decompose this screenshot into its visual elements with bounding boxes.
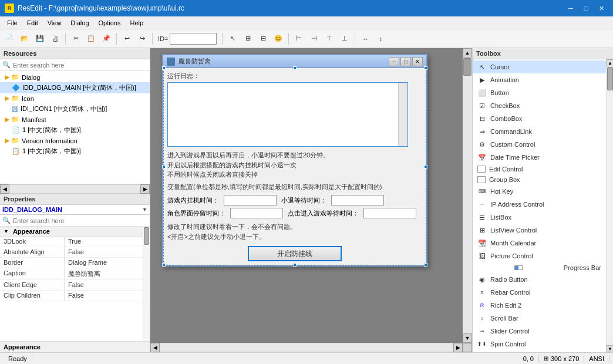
handle-topleft[interactable] — [162, 66, 166, 70]
toolbox-picture[interactable]: 🖼 Picture Control — [473, 250, 606, 262]
prop-value-5[interactable]: False — [65, 291, 143, 301]
toolbox-groupbox[interactable]: Group Box — [473, 174, 606, 185]
prop-value-1[interactable]: False — [65, 247, 143, 257]
menu-view[interactable]: View — [43, 18, 66, 28]
toolbox-custom[interactable]: ⚙ Custom Control — [473, 138, 606, 151]
prop-value-3[interactable]: 魔兽防暂离 — [65, 268, 143, 279]
canvas-scroll-right[interactable]: ▶ — [453, 343, 463, 352]
toolbox-scrollbar[interactable]: ↕ Scroll Bar — [473, 312, 606, 325]
canvas-scroll-up[interactable]: ▲ — [463, 48, 472, 58]
toolbox-slidercontrol[interactable]: ⊸ Slider Control — [473, 325, 606, 338]
dialog-close[interactable]: ✕ — [412, 57, 423, 66]
properties-scrollbar[interactable] — [143, 227, 150, 341]
scroll-right-btn[interactable]: ▶ — [140, 184, 150, 194]
toolbar-grid[interactable]: ⊞ — [241, 32, 255, 46]
toolbar-emoji[interactable]: 😊 — [271, 32, 285, 46]
toolbox-button[interactable]: ⬜ Button — [473, 86, 606, 99]
toolbox-combobox[interactable]: ⊟ ComboBox — [473, 112, 606, 125]
toolbar-redo[interactable]: ↪ — [135, 32, 149, 46]
toolbar-paste[interactable]: 📌 — [99, 32, 113, 46]
toolbox-checkbox[interactable]: ☑ CheckBox — [473, 99, 606, 112]
properties-search-input[interactable] — [13, 217, 147, 224]
resources-tree[interactable]: ▶ 📁 Dialog 🔷 IDD_DIALOG_MAIN [中文(简体，中国)]… — [0, 71, 150, 184]
menu-help[interactable]: Help — [125, 18, 148, 28]
menu-options[interactable]: Options — [94, 18, 126, 28]
toolbox-scroll-track[interactable] — [607, 66, 613, 345]
toolbar-print[interactable]: 🖨 — [48, 32, 62, 46]
canvas-vtrack[interactable] — [463, 58, 472, 333]
toolbar-open[interactable]: 📂 — [18, 32, 32, 46]
handle-right[interactable] — [424, 165, 427, 168]
scroll-track-h[interactable] — [9, 185, 140, 193]
exit-wait-input[interactable] — [331, 195, 384, 205]
toolbox-cursor[interactable]: ↖ Cursor — [473, 60, 606, 73]
menu-file[interactable]: File — [2, 18, 22, 28]
resources-search-input[interactable] — [13, 62, 147, 69]
toolbar-new[interactable]: 📄 — [2, 32, 16, 46]
toolbar-undo[interactable]: ↩ — [120, 32, 134, 46]
menu-edit[interactable]: Edit — [22, 18, 43, 28]
role-stay-input[interactable] — [230, 208, 283, 218]
toolbox-datetime[interactable]: 📅 Date Time Picker — [473, 151, 606, 164]
canvas-scrollbar-h[interactable]: ◀ ▶ — [150, 343, 463, 352]
click-enter-input[interactable] — [363, 208, 416, 218]
toolbox-scroll-down[interactable]: ▼ — [607, 345, 613, 352]
tree-dialog-main[interactable]: 🔷 IDD_DIALOG_MAIN [中文(简体，中国)] — [0, 82, 150, 93]
toolbox-commandlink[interactable]: ⇒ CommandLink — [473, 125, 606, 138]
maximize-button[interactable]: □ — [579, 3, 593, 14]
dialog-maximize[interactable]: □ — [400, 57, 411, 66]
close-button[interactable]: ✕ — [594, 3, 608, 14]
toolbar-size1[interactable]: ↔ — [358, 32, 372, 46]
log-scrollbar[interactable] — [398, 83, 407, 146]
handle-top[interactable] — [293, 66, 297, 70]
toolbox-scrollbar-v[interactable]: ▲ ▼ — [606, 59, 613, 352]
handle-topright[interactable] — [424, 66, 427, 70]
toolbox-rebar[interactable]: ≡ Rebar Control — [473, 286, 606, 299]
resources-scrollbar-h[interactable]: ◀ ▶ — [0, 184, 150, 193]
tree-manifest1[interactable]: 📄 1 [中文(简体，中国)] — [0, 124, 150, 136]
toolbar-grid2[interactable]: ⊟ — [256, 32, 270, 46]
prop-value-0[interactable]: True — [65, 237, 143, 247]
toolbar-align3[interactable]: ⊤ — [322, 32, 336, 46]
toolbox-listbox[interactable]: ☰ ListBox — [473, 211, 606, 224]
center-canvas[interactable]: 魔兽防暂离 ─ □ ✕ 运行日志： 进入到游戏界面以后再开启，小退时间不要超过2… — [150, 48, 472, 352]
handle-bottomleft[interactable] — [162, 263, 166, 267]
toolbox-listview[interactable]: ⊞ ListView Control — [473, 224, 606, 237]
tree-version1[interactable]: 📋 1 [中文(简体，中国)] — [0, 146, 150, 157]
toolbox-animation[interactable]: ▶ Animation — [473, 73, 606, 86]
toolbar-cut[interactable]: ✂ — [69, 32, 83, 46]
properties-dropdown[interactable]: IDD_DIALOG_MAIN ▼ — [0, 205, 150, 215]
tree-icon-folder[interactable]: ▶ 📁 Icon — [0, 93, 150, 103]
toolbox-ipaddress[interactable]: ··· IP Address Control — [473, 198, 606, 211]
toolbox-scroll-thumb[interactable] — [607, 67, 613, 90]
toolbar-align4[interactable]: ⊥ — [338, 32, 352, 46]
tree-icon1[interactable]: 🖼 IDI_ICON1 [中文(简体，中国)] — [0, 103, 150, 114]
canvas-scroll-left[interactable]: ◀ — [150, 343, 160, 352]
toolbar-size2[interactable]: ↕ — [373, 32, 388, 46]
toolbox-monthcal[interactable]: 📆 Month Calendar — [473, 237, 606, 250]
tree-version-folder[interactable]: ▶ 📁 Version Information — [0, 136, 150, 146]
toolbox-progressbar[interactable]: Progress Bar — [473, 262, 606, 273]
start-button[interactable]: 开启防挂线 — [248, 246, 342, 261]
toolbar-cursor[interactable]: ↖ — [225, 32, 240, 46]
handle-bottomright[interactable] — [424, 263, 427, 267]
toolbox-richedit[interactable]: R Rich Edit 2 — [473, 299, 606, 312]
toolbar-save[interactable]: 💾 — [33, 32, 47, 46]
canvas-scroll-down[interactable]: ▼ — [463, 333, 472, 343]
id-input[interactable] — [170, 33, 217, 45]
toolbar-copy[interactable]: 📋 — [84, 32, 98, 46]
toolbox-hotkey[interactable]: ⌨ Hot Key — [473, 185, 606, 198]
toolbox-radiobutton[interactable]: ◉ Radio Button — [473, 273, 606, 286]
handle-left[interactable] — [162, 165, 166, 168]
canvas-scrollbar-v[interactable]: ▲ ▼ — [463, 48, 472, 343]
canvas-htrack[interactable] — [160, 343, 453, 352]
tree-manifest-folder[interactable]: ▶ 📁 Manifest — [0, 114, 150, 124]
log-box[interactable] — [167, 82, 408, 147]
prop-value-4[interactable]: False — [65, 280, 143, 290]
canvas-vthumb[interactable] — [463, 58, 471, 76]
game-hang-input[interactable] — [224, 195, 277, 205]
toolbox-editcontrol[interactable]: Edit Control — [473, 164, 606, 174]
tree-dialog-folder[interactable]: ▶ 📁 Dialog — [0, 72, 150, 82]
minimize-button[interactable]: ─ — [564, 3, 578, 14]
dialog-minimize[interactable]: ─ — [389, 57, 399, 66]
